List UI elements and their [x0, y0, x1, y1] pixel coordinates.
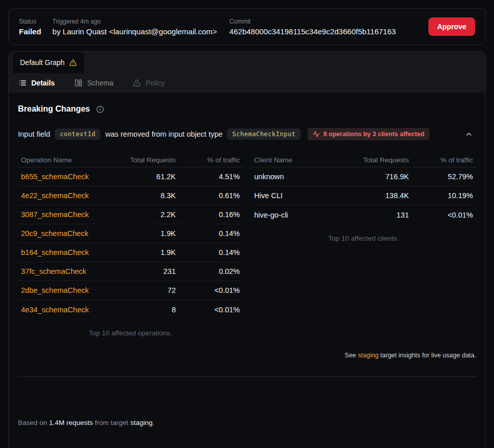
- operation-row: 20c9_schemaCheck 1.9K 0.14%: [18, 224, 243, 243]
- client-requests: 131: [348, 211, 409, 219]
- field-code-chip: contextId: [55, 129, 101, 140]
- clients-table: Client Name Total Requests % of traffic …: [251, 153, 476, 242]
- status-value: Failed: [19, 27, 41, 36]
- tab-policy-label: Policy: [146, 79, 164, 87]
- triggered-label: Triggered 4m ago: [52, 18, 217, 25]
- client-row: Hive CLI 138.4K 10.19%: [251, 186, 476, 205]
- col-total-requests: Total Requests: [115, 156, 176, 164]
- operation-link[interactable]: 3087_schemaCheck: [21, 210, 115, 219]
- operation-traffic: 0.14%: [176, 229, 240, 238]
- graph-tab-row: Default Graph: [9, 52, 485, 73]
- list-icon: [18, 79, 27, 87]
- client-name: unknown: [254, 173, 348, 181]
- operation-requests: 8: [115, 306, 176, 314]
- request-count: 1.4M requests: [49, 419, 93, 426]
- client-row: unknown 716.9K 52.79%: [251, 167, 476, 186]
- triggered-group: Triggered 4m ago by Laurin Quast <laurin…: [52, 18, 217, 36]
- operation-row: 2dbe_schemaCheck 72 <0.01%: [18, 281, 243, 300]
- tab-policy[interactable]: Policy: [133, 79, 164, 87]
- operation-requests: 61.2K: [115, 173, 176, 181]
- tab-details[interactable]: Details: [18, 79, 55, 87]
- based-text: .: [153, 419, 155, 426]
- status-label: Status: [19, 18, 41, 25]
- clients-table-note: Top 10 affected clients.: [251, 234, 476, 242]
- based-text: Based on: [18, 419, 49, 426]
- operation-link[interactable]: b164_schemaCheck: [21, 248, 115, 257]
- based-on-line: Based on 1.4M requests from target stagi…: [18, 418, 476, 428]
- operation-link[interactable]: 20c9_schemaCheck: [21, 229, 115, 238]
- change-middle: was removed from input object type: [105, 130, 222, 138]
- staging-target-link[interactable]: staging: [358, 352, 378, 359]
- activity-icon: [313, 131, 320, 138]
- tab-strip: Default Graph Details Schema: [9, 52, 485, 93]
- check-header-card: Status Failed Triggered 4m ago by Laurin…: [8, 8, 486, 45]
- operation-requests: 1.9K: [115, 229, 176, 238]
- operation-traffic: <0.01%: [176, 306, 240, 314]
- client-traffic: <0.01%: [409, 211, 473, 219]
- chevron-up-icon: [465, 130, 473, 138]
- affected-operations-badge[interactable]: 8 operations by 3 clients affected: [307, 128, 429, 140]
- commit-hash: 462b48000c34198115c34e9c2d3660f5b1167163: [230, 27, 396, 36]
- graph-tab-label: Default Graph: [20, 58, 65, 67]
- operation-link[interactable]: 37fc_schemaCheck: [21, 267, 115, 275]
- col-total-requests: Total Requests: [348, 156, 409, 164]
- clients-table-header: Client Name Total Requests % of traffic: [251, 153, 476, 167]
- type-code-chip: SchemaCheckInput: [227, 129, 301, 140]
- client-traffic: 52.79%: [409, 173, 473, 181]
- operation-requests: 72: [115, 286, 176, 294]
- operation-row: 37fc_schemaCheck 231 0.02%: [18, 262, 243, 281]
- commit-group: Commit 462b48000c34198115c34e9c2d3660f5b…: [230, 18, 396, 36]
- operation-link[interactable]: 2dbe_schemaCheck: [21, 286, 115, 294]
- client-name: hive-go-cli: [254, 211, 348, 219]
- operation-traffic: <0.01%: [176, 286, 240, 294]
- operation-requests: 1.9K: [115, 248, 176, 257]
- operations-table-header: Operation Name Total Requests % of traff…: [18, 153, 243, 167]
- insights-prefix: See: [345, 352, 358, 359]
- operation-link[interactable]: b655_schemaCheck: [21, 173, 115, 181]
- operation-requests: 8.3K: [115, 191, 176, 200]
- operation-row: b164_schemaCheck 1.9K 0.14%: [18, 243, 243, 262]
- client-name: Hive CLI: [254, 191, 348, 200]
- operation-traffic: 4.51%: [176, 173, 240, 181]
- operation-traffic: 0.16%: [176, 210, 240, 219]
- operation-traffic: 0.61%: [176, 191, 240, 200]
- approve-button[interactable]: Approve: [428, 17, 475, 36]
- client-row: hive-go-cli 131 <0.01%: [251, 205, 476, 224]
- tab-default-graph[interactable]: Default Graph: [13, 52, 84, 73]
- operations-table-body: b655_schemaCheck 61.2K 4.51% 4e22_schema…: [18, 167, 243, 319]
- clients-table-body: unknown 716.9K 52.79% Hive CLI 138.4K 10…: [251, 167, 476, 224]
- section-title: Breaking Changes: [18, 104, 90, 114]
- status-group: Status Failed: [19, 18, 41, 36]
- operations-table-note: Top 10 affected operations.: [18, 329, 243, 337]
- target-name: staging: [130, 419, 153, 426]
- operation-requests: 2.2K: [115, 210, 176, 219]
- client-traffic: 10.19%: [409, 191, 473, 200]
- tab-schema[interactable]: Schema: [74, 79, 113, 87]
- col-traffic: % of traffic: [409, 156, 473, 164]
- col-client-name: Client Name: [254, 156, 348, 164]
- details-content: Breaking Changes Input field contextId w…: [9, 104, 485, 448]
- insights-suffix: target insights for live usage data.: [379, 352, 476, 359]
- info-icon[interactable]: [96, 105, 104, 113]
- change-prefix: Input field: [18, 130, 50, 138]
- breaking-change-row: Input field contextId was removed from i…: [18, 128, 476, 140]
- operation-link[interactable]: 4e34_schemaCheck: [21, 306, 115, 314]
- policy-warning-icon: [133, 79, 141, 87]
- col-traffic: % of traffic: [176, 156, 240, 164]
- operations-table: Operation Name Total Requests % of traff…: [18, 153, 243, 337]
- operation-row: 4e34_schemaCheck 8 <0.01%: [18, 300, 243, 319]
- triggered-author: by Laurin Quast <laurinquast@googlemail.…: [52, 27, 217, 36]
- operation-traffic: 0.14%: [176, 248, 240, 257]
- section-divider: [18, 376, 476, 377]
- tab-schema-label: Schema: [87, 79, 113, 87]
- based-text: from target: [93, 419, 130, 426]
- collapse-chevron-button[interactable]: [465, 130, 473, 138]
- col-operation-name: Operation Name: [21, 156, 115, 164]
- affected-badge-label: 8 operations by 3 clients affected: [323, 131, 424, 138]
- operation-link[interactable]: 4e22_schemaCheck: [21, 191, 115, 200]
- insights-note: See staging target insights for live usa…: [18, 352, 476, 359]
- operation-requests: 231: [115, 267, 176, 275]
- client-requests: 138.4K: [348, 191, 409, 200]
- schema-check-card: Default Graph Details Schema: [8, 51, 486, 448]
- tab-details-label: Details: [31, 79, 55, 87]
